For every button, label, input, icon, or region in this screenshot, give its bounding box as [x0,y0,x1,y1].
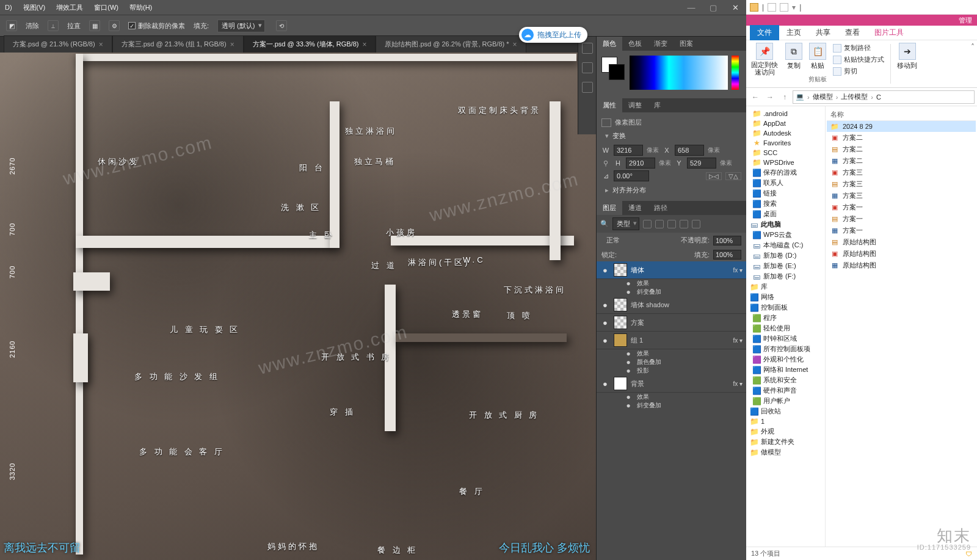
nav-up[interactable]: ↑ [778,90,791,104]
layer-row[interactable]: ● 墙体 shadow [597,296,746,314]
tree-node[interactable]: 🟦链接 [746,188,825,198]
layer-filter-select[interactable]: 类型 [612,217,639,230]
blend-mode-select[interactable]: 正常 [601,235,631,246]
nav-forward[interactable]: → [763,90,777,104]
pin-to-quick-access[interactable]: 📌 固定到快速访问 [750,43,779,76]
tree-node[interactable]: 🖴本地磁盘 (C:) [746,240,825,250]
tree-node[interactable]: 🟦保存的游戏 [746,167,825,178]
tree-node[interactable]: 📁外观 [746,426,825,437]
tab-properties[interactable]: 属性 [597,98,622,112]
layer-name[interactable]: 方案 [631,318,743,327]
tree-node[interactable]: 📁SCC [746,148,825,158]
tree-node[interactable]: 🖴此电脑 [746,219,825,230]
grid-icon[interactable]: ▦ [89,20,100,31]
tree-node[interactable]: ★Favorites [746,138,825,148]
visibility-toggle[interactable]: ● [600,318,610,327]
layer-row[interactable]: ● 背景 fx ▾ [597,375,746,393]
layer-row[interactable]: ● 组 1 fx ▾ [597,332,746,349]
visibility-toggle[interactable]: ● [623,349,633,358]
file-row[interactable]: ▦方案二 [827,155,976,167]
angle-input[interactable] [614,170,649,181]
fill-input[interactable] [713,250,741,260]
file-row[interactable]: ▣方案三 [827,167,976,178]
tree-node[interactable]: 📁.android [746,109,825,118]
fx-badge[interactable]: fx ▾ [733,337,743,344]
layers-list[interactable]: ● 墙体 fx ▾●效果●斜变叠加● 墙体 shadow ● 方案 ● 组 1 … [597,261,746,560]
menu-label[interactable]: D) [5,4,12,11]
file-row[interactable]: ▤原始结构图 [827,236,976,248]
tree-node[interactable]: 🟦控制面板 [746,302,825,313]
file-row[interactable]: ▤方案一 [827,213,976,225]
search-icon[interactable]: 🔍 [600,220,609,228]
file-row[interactable]: 📁2024 8 29 [827,121,976,132]
copy-path[interactable]: 复制路径 [833,43,871,53]
breadcrumb[interactable]: 💻› 做模型› 上传模型› C [793,90,975,104]
filter-smart-icon[interactable] [692,220,700,228]
reset-icon[interactable]: ⟲ [276,20,287,31]
visibility-toggle[interactable]: ● [623,393,633,401]
tab-pattern[interactable]: 图案 [674,37,699,51]
tab-gradient[interactable]: 渐变 [648,37,674,51]
delete-cropped-checkbox[interactable]: ✓删除裁剪的像素 [128,21,185,31]
opt-clear[interactable]: 清除 [26,21,39,31]
crop-tool-icon[interactable]: ◩ [6,20,17,31]
layer-row[interactable]: ● 方案 [597,314,746,332]
fill-select[interactable]: 透明 (默认) [217,20,265,32]
width-input[interactable] [614,145,643,156]
visibility-toggle[interactable]: ● [623,366,633,375]
link-icon[interactable]: ⚲ [601,159,610,167]
tree-node[interactable]: 🟦所有控制面板项 [746,344,825,354]
ribbon-collapse-icon[interactable]: ˄ [971,43,975,51]
tree-node[interactable]: 🟦WPS云盘 [746,230,825,240]
filter-shape-icon[interactable] [680,220,688,228]
ps-canvas[interactable]: 休闲沙发洗 漱 区独立淋浴间独立马桶阳 台主 卧小孩房过 道淋浴间(干区)W.C… [0,53,596,560]
dock-icon[interactable] [582,43,593,54]
visibility-toggle[interactable]: ● [623,401,633,410]
ribbon-tab-view[interactable]: 查看 [838,25,867,40]
filter-type-icon[interactable] [667,220,676,228]
file-row[interactable]: ▦方案一 [827,225,976,236]
tab-layers[interactable]: 图层 [597,201,622,215]
layer-name[interactable]: 背景 [631,379,729,388]
file-row[interactable]: ▦原始结构图 [827,260,976,271]
file-row[interactable]: ▦方案三 [827,190,976,202]
paste-shortcut[interactable]: 粘贴快捷方式 [833,54,884,65]
tree-node[interactable]: 🟦联系人 [746,178,825,188]
dock-icon[interactable] [582,82,593,93]
tree-node[interactable]: 📁AppDat [746,118,825,128]
opacity-input[interactable] [713,236,741,245]
background-swatch[interactable] [609,64,625,80]
layer-effect-row[interactable]: ●投影 [597,366,746,375]
close-button[interactable]: ✕ [724,0,746,15]
document-tab[interactable]: 原始结构图.psd @ 26.2% (背景, RGB/8) *× [376,35,526,53]
tree-node[interactable]: 🖴新加卷 (E:) [746,261,825,271]
crumb[interactable]: C [876,93,881,101]
tab-close-icon[interactable]: × [230,40,234,49]
tree-node[interactable]: 🖴新加卷 (D:) [746,250,825,261]
layer-effect-row[interactable]: ●颜色叠加 [597,358,746,366]
tab-close-icon[interactable]: × [513,40,517,49]
tree-node[interactable]: 📁Autodesk [746,128,825,138]
crumb[interactable]: 上传模型 [841,92,868,101]
tree-node[interactable]: 🟩系统和安全 [746,375,825,385]
file-list[interactable]: 名称 📁2024 8 29▣方案二▤方案二▦方案二▣方案三▤方案三▦方案三▣方案… [826,106,977,547]
tree-node[interactable]: 🟦时钟和区域 [746,333,825,344]
tree-node[interactable]: 📁库 [746,282,825,292]
menu-help[interactable]: 帮助(H) [129,3,152,12]
tree-node[interactable]: 🟩用户帐户 [746,396,825,406]
tree-node[interactable]: 🟦搜索 [746,198,825,209]
menu-window[interactable]: 窗口(W) [94,3,118,12]
filter-adjust-icon[interactable] [655,220,664,228]
tab-close-icon[interactable]: × [362,40,366,49]
cut[interactable]: 剪切 [833,66,857,76]
menu-plugins[interactable]: 增效工具 [56,3,83,12]
layer-effect-row[interactable]: ●效果 [597,279,746,288]
tree-node[interactable]: 📁新建文件夹 [746,437,825,447]
dock-icon[interactable] [582,62,593,73]
document-tab[interactable]: 方案.psd @ 21.3% (RGB/8)× [4,35,112,53]
visibility-toggle[interactable]: ● [623,279,633,288]
tab-adjust[interactable]: 调整 [622,98,648,112]
column-name[interactable]: 名称 [830,110,972,119]
ribbon-tab-picture-tools[interactable]: 图片工具 [867,25,911,40]
y-input[interactable] [687,158,716,169]
